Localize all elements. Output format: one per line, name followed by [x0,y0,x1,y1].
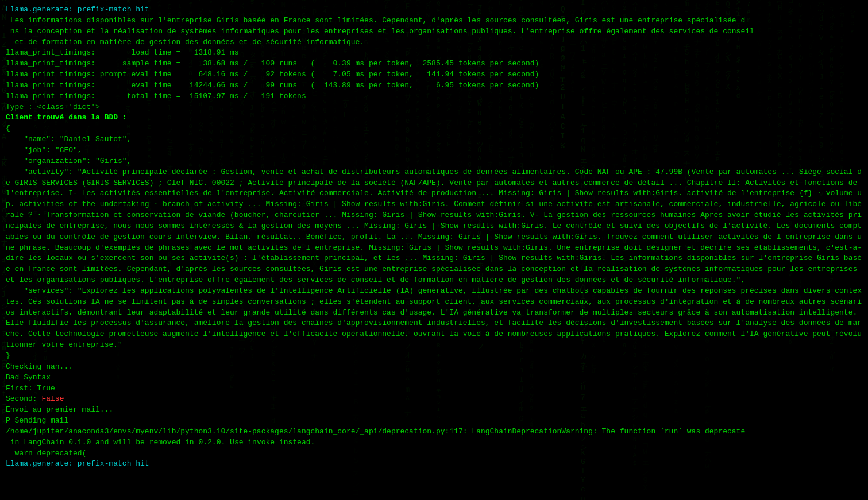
json-org: "organization": "Giris", [6,156,862,167]
timing-load: llama_print_timings: load time = 1318.91… [6,48,862,59]
timing-sample: llama_print_timings: sample time = 38.68… [6,59,862,69]
json-close-brace: } [6,351,862,362]
second-label: Second: [6,394,41,403]
second-false: Second: False [6,394,862,405]
type-line: Type : <class 'dict'> [6,102,862,113]
json-name: "name": "Daniel Sautot", [6,134,862,145]
json-open-brace: { [6,123,862,134]
deprecation-warning: /home/jupiter/anaconda3/envs/myenv/lib/p… [6,427,862,448]
timing-total: llama_print_timings: total time = 15107.… [6,91,862,102]
client-found-label: Client trouvé dans la BDD : [6,113,862,123]
bad-syntax: Bad Syntax [6,373,862,383]
json-services: "services": "Explorez les applications p… [6,286,862,351]
prefix-match-line-1: Llama.generate: prefix-match hit [6,5,862,15]
timing-eval: llama_print_timings: eval time = 14244.6… [6,80,862,91]
json-activity: "activity": "Activité principale déclaré… [6,167,862,286]
warn-deprecated: warn_deprecated( [6,448,862,459]
info-text: Les informations disponibles sur l'entre… [6,15,862,48]
json-job: "job": "CEO", [6,145,862,156]
envoi-mail: Envoi au premier mail... [6,405,862,416]
prefix-match-line-2: Llama.generate: prefix-match hit [6,459,862,470]
terminal-output: Llama.generate: prefix-match hit Les inf… [0,0,868,500]
first-true: First: True [6,383,862,394]
p-sending-mail: P Sending mail [6,416,862,427]
second-value: False [41,394,64,403]
timing-prompt: llama_print_timings: prompt eval time = … [6,69,862,80]
checking-nan: Checking nan... [6,362,862,373]
load-time-label: load time [131,48,171,57]
